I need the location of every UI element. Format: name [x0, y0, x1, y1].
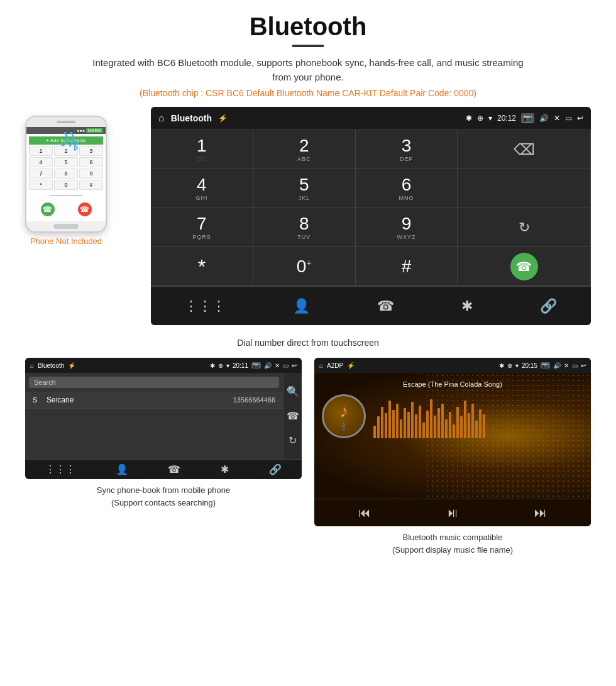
main-bottom-nav: ⋮⋮⋮ 👤 ☎ ✱ 🔗 — [151, 286, 591, 325]
time-display: 20:12 — [497, 114, 516, 123]
key-call-green[interactable]: ☎ — [458, 247, 591, 286]
phone-key-0: 0 — [54, 180, 78, 190]
key-backspace[interactable]: ⌫ — [458, 130, 591, 169]
pb-status-right: ✱ ⊕ ▾ 20:11 📷 🔊 ✕ ▭ ↩ — [210, 362, 297, 369]
wave-bar — [426, 411, 429, 438]
wave-bar — [464, 401, 466, 438]
phonebook-caption-text: Sync phone-book from mobile phone(Suppor… — [97, 485, 230, 507]
phone-display: ───────── — [29, 192, 103, 198]
orange-info: (Bluetooth chip : CSR BC6 Default Blueto… — [140, 88, 476, 98]
phone-key-7: 7 — [29, 169, 53, 179]
key-3[interactable]: 3 DEF — [356, 130, 458, 169]
key-5[interactable]: 5 JKL — [253, 169, 356, 208]
wave-bar — [456, 407, 459, 438]
phone-key-1: 1 — [29, 146, 53, 156]
pb-nav-phone[interactable]: ☎ — [168, 463, 180, 475]
main-dial-area: ⌂ Bluetooth ⚡ ✱ ⊕ ▾ 20:12 📷 🔊 ✕ ▭ ↩ — [25, 107, 591, 331]
home-icon[interactable]: ⌂ — [158, 113, 165, 124]
refresh-side-icon[interactable]: ↻ — [289, 434, 297, 446]
pb-title: Bluetooth — [38, 362, 64, 369]
phonebook-screenshot-section: ⌂ Bluetooth ⚡ ✱ ⊕ ▾ 20:11 📷 🔊 ✕ ▭ ↩ — [25, 358, 302, 556]
pb-nav-bt[interactable]: ✱ — [221, 463, 229, 475]
prev-track-icon[interactable]: ⏮ — [358, 506, 371, 520]
phone-key-6: 6 — [79, 157, 103, 167]
album-bt-icon: ᛒ — [341, 421, 346, 431]
music-vol: 🔊 — [553, 362, 561, 369]
pb-home-icon: ⌂ — [30, 362, 34, 369]
key-2[interactable]: 2 ABC — [253, 130, 356, 169]
pb-signal: ▾ — [226, 362, 229, 369]
key-4[interactable]: 4 GHI — [151, 169, 253, 208]
phonebook-side-icons: 🔍 ☎ ↻ — [283, 373, 302, 459]
play-pause-icon[interactable]: ⏯ — [446, 506, 459, 520]
wave-bar — [449, 412, 451, 438]
pb-vol: 🔊 — [264, 362, 272, 369]
key-0[interactable]: 0+ — [253, 247, 356, 286]
phone-key-8: 8 — [54, 169, 78, 179]
phone-key-star: * — [29, 180, 53, 190]
key-6[interactable]: 6 MNO — [356, 169, 458, 208]
signal-icon: ▾ — [488, 114, 492, 123]
wave-bar — [434, 416, 436, 438]
key-7[interactable]: 7 PQRS — [151, 208, 253, 247]
music-rect: ▭ — [572, 362, 578, 369]
location-icon: ⊕ — [477, 114, 483, 123]
bottom-screenshots-row: ⌂ Bluetooth ⚡ ✱ ⊕ ▾ 20:11 📷 🔊 ✕ ▭ ↩ — [25, 358, 591, 556]
music-status-bar: ⌂ A2DP ⚡ ✱ ⊕ ▾ 20:15 📷 🔊 ✕ ▭ ↩ — [314, 358, 591, 373]
pb-nav-contacts[interactable]: 👤 — [116, 463, 128, 475]
wave-bar — [381, 407, 383, 438]
phone-key-hash: # — [79, 180, 103, 190]
music-usb-icon: ⚡ — [347, 362, 355, 369]
pb-nav-grid[interactable]: ⋮⋮⋮ — [45, 463, 75, 475]
wave-bar — [430, 399, 432, 438]
signal-waves-svg: ᛒ — [60, 132, 85, 157]
music-status-right: ✱ ⊕ ▾ 20:15 📷 🔊 ✕ ▭ ↩ — [499, 362, 586, 369]
wave-bar — [400, 419, 402, 438]
wave-bar — [471, 404, 474, 438]
key-1[interactable]: 1 ◌◌ — [151, 130, 253, 169]
wave-bar — [475, 421, 478, 438]
wave-bar — [479, 409, 481, 438]
wave-bar — [385, 413, 387, 438]
wave-bar — [483, 414, 485, 438]
music-content-area: Escape (The Pina Colada Song) ♪ ᛒ — [314, 373, 591, 499]
wave-bar — [404, 408, 406, 438]
nav-contacts-icon[interactable]: 👤 — [293, 298, 310, 314]
phone-side-icon[interactable]: ☎ — [287, 410, 299, 422]
main-status-bar: ⌂ Bluetooth ⚡ ✱ ⊕ ▾ 20:12 📷 🔊 ✕ ▭ ↩ — [151, 107, 591, 130]
nav-phone-icon[interactable]: ☎ — [377, 298, 394, 314]
pb-nav-link[interactable]: 🔗 — [269, 463, 282, 475]
key-9[interactable]: 9 WXYZ — [356, 208, 458, 247]
phone-illustration: ᛒ ●●● MARG + Add to Contacts 1 2 3 — [25, 113, 107, 246]
music-screenshot: ⌂ A2DP ⚡ ✱ ⊕ ▾ 20:15 📷 🔊 ✕ ▭ ↩ — [314, 358, 591, 526]
music-waveform — [373, 394, 583, 438]
phone-key-5: 5 — [54, 157, 78, 167]
wave-bar — [396, 404, 399, 438]
subtitle: Integrated with BC6 Bluetooth module, su… — [88, 56, 528, 84]
svg-text:ᛒ: ᛒ — [72, 140, 79, 152]
music-location: ⊕ — [507, 362, 512, 369]
phone-key-4: 4 — [29, 157, 53, 167]
wave-bar — [422, 423, 425, 438]
wave-bar — [441, 404, 444, 438]
key-star[interactable]: * — [151, 247, 253, 286]
phonebook-empty-space — [25, 409, 283, 459]
next-track-icon[interactable]: ⏭ — [534, 506, 547, 520]
key-refresh[interactable]: ↻ — [458, 208, 591, 247]
pb-location: ⊕ — [218, 362, 223, 369]
pb-camera: 📷 — [251, 362, 261, 368]
rect-icon: ▭ — [565, 114, 572, 123]
phone-green-btn: ☎ — [41, 202, 55, 216]
phonebook-search[interactable]: Search — [29, 377, 279, 388]
search-placeholder: Search — [34, 379, 56, 386]
key-hash[interactable]: # — [356, 247, 458, 286]
music-inner: Escape (The Pina Colada Song) ♪ ᛒ — [314, 373, 591, 446]
music-song-title: Escape (The Pina Colada Song) — [322, 380, 583, 388]
search-side-icon[interactable]: 🔍 — [287, 385, 299, 397]
key-8[interactable]: 8 TUV — [253, 208, 356, 247]
nav-grid-icon[interactable]: ⋮⋮⋮ — [184, 298, 226, 314]
nav-bt-icon[interactable]: ✱ — [461, 298, 473, 314]
nav-link-icon[interactable]: 🔗 — [540, 298, 557, 314]
music-x: ✕ — [564, 362, 569, 369]
music-bt-icon: ✱ — [499, 362, 504, 369]
